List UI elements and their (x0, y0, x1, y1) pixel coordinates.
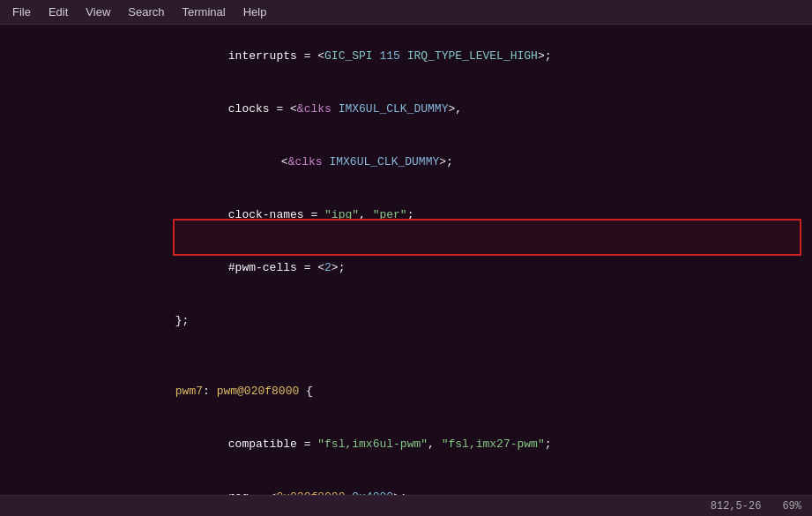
line-content: <&clks IMX6UL_CLK_DUMMY>; (11, 136, 801, 189)
statusbar: 812,5-26 69% (0, 495, 812, 516)
code-line: interrupts = <GIC_SPI 115 IRQ_TYPE_LEVEL… (0, 30, 812, 83)
code-line: pwm7: pwm@020f8000 { (0, 365, 812, 418)
editor: interrupts = <GIC_SPI 115 IRQ_TYPE_LEVEL… (0, 25, 812, 495)
code-line: <&clks IMX6UL_CLK_DUMMY>; (0, 136, 812, 189)
code-line: #pwm-cells = <2>; (0, 242, 812, 295)
code-line (0, 348, 812, 365)
code-line: compatible = "fsl,imx6ul-pwm", "fsl,imx2… (0, 418, 812, 471)
line-content: pwm7: pwm@020f8000 { (11, 365, 801, 418)
code-line: clock-names = "ipg", "per"; (0, 189, 812, 242)
line-content: }; (11, 295, 801, 348)
line-content: #pwm-cells = <2>; (11, 242, 801, 295)
menu-view[interactable]: View (77, 2, 119, 22)
menu-search[interactable]: Search (119, 2, 173, 22)
cursor-position: 812,5-26 (711, 500, 762, 512)
menu-file[interactable]: File (4, 2, 40, 22)
zoom-level: 69% (782, 500, 801, 512)
menu-edit[interactable]: Edit (40, 2, 77, 22)
line-content: reg = <0x020f8000 0x4000>; (11, 471, 801, 495)
code-line: clocks = <&clks IMX6UL_CLK_DUMMY>, (0, 83, 812, 136)
line-content (11, 348, 801, 365)
menubar: File Edit View Search Terminal Help (0, 0, 812, 25)
menu-help[interactable]: Help (235, 2, 276, 22)
line-content: compatible = "fsl,imx6ul-pwm", "fsl,imx2… (11, 418, 801, 471)
menu-terminal[interactable]: Terminal (174, 2, 235, 22)
code-line: }; (0, 295, 812, 348)
line-content: clock-names = "ipg", "per"; (11, 189, 801, 242)
line-content: interrupts = <GIC_SPI 115 IRQ_TYPE_LEVEL… (11, 30, 801, 83)
code-line: reg = <0x020f8000 0x4000>; (0, 471, 812, 495)
line-content: clocks = <&clks IMX6UL_CLK_DUMMY>, (11, 83, 801, 136)
